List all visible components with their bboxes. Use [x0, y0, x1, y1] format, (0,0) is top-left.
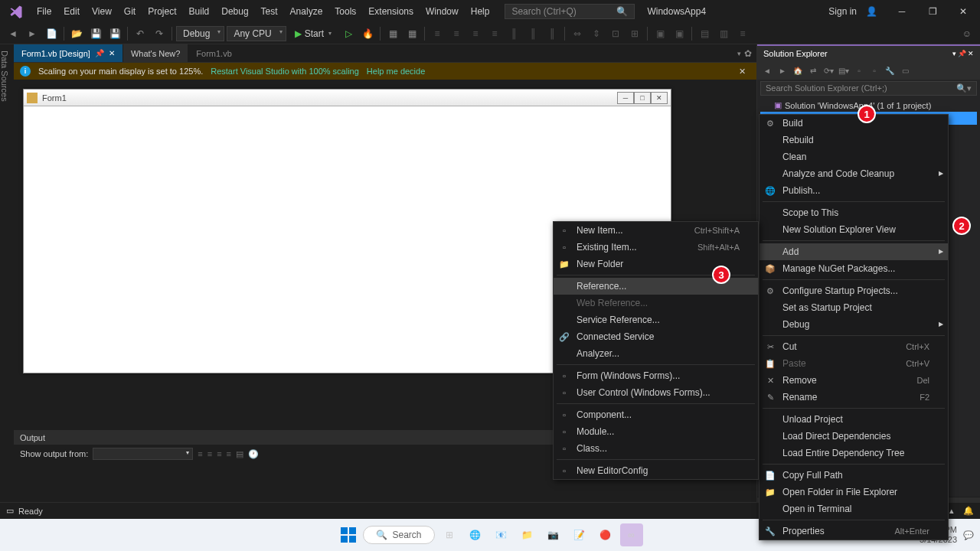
menu-item-publish[interactable]: 🌐Publish... — [760, 182, 948, 199]
global-search-input[interactable]: Search (Ctrl+Q) 🔍 — [505, 4, 635, 19]
start-nodebug-icon[interactable]: ▷ — [340, 25, 357, 42]
feedback-icon[interactable]: ☺ — [959, 25, 975, 42]
close-button[interactable]: ✕ — [949, 2, 977, 21]
output-tool-icon[interactable]: ≡ — [207, 449, 212, 458]
help-decide-link[interactable]: Help me decide — [367, 67, 425, 76]
se-prop-icon[interactable]: 🔧 — [883, 64, 897, 77]
se-sync-icon[interactable]: ⟳▾ — [822, 64, 835, 77]
align-icon[interactable]: ≡ — [429, 25, 446, 42]
tool-icon[interactable]: ▦ — [384, 25, 401, 42]
menu-item-copy-full-path[interactable]: 📄Copy Full Path — [760, 467, 948, 484]
config-dropdown[interactable]: Debug — [176, 26, 224, 41]
align-icon[interactable]: ║ — [524, 25, 541, 42]
menu-file[interactable]: File — [31, 3, 57, 20]
order-icon[interactable]: ▣ — [652, 25, 668, 42]
menu-item-clean[interactable]: Clean — [760, 148, 948, 165]
menu-item-manage-nuget-packages[interactable]: 📦Manage NuGet Packages... — [760, 260, 948, 277]
menu-git[interactable]: Git — [118, 3, 142, 20]
menu-item-class[interactable]: ▫Class... — [554, 440, 758, 457]
order-icon[interactable]: ▤ — [696, 25, 713, 42]
task-view-icon[interactable]: ⊞ — [438, 523, 461, 546]
menu-item-load-direct-dependencies[interactable]: Load Direct Dependencies — [760, 428, 948, 445]
menu-item-set-as-startup-project[interactable]: Set as Startup Project — [760, 299, 948, 316]
left-rail-data-sources[interactable]: Data Sources — [0, 44, 14, 514]
order-icon[interactable]: ▣ — [671, 25, 688, 42]
se-back-icon[interactable]: ◄ — [760, 64, 774, 77]
align-icon[interactable]: ≡ — [467, 25, 484, 42]
menu-item-rebuild[interactable]: Rebuild — [760, 132, 948, 148]
menu-item-new-editorconfig[interactable]: ▫New EditorConfig — [554, 462, 758, 479]
menu-item-add[interactable]: Add▶ — [760, 243, 948, 260]
se-filter-icon[interactable]: ▤▾ — [837, 64, 851, 77]
start-button[interactable] — [337, 523, 360, 546]
menu-window[interactable]: Window — [420, 3, 465, 20]
notifications-icon[interactable]: 🔔 — [963, 506, 974, 516]
menu-build[interactable]: Build — [183, 3, 216, 20]
menu-item-service-reference[interactable]: Service Reference... — [554, 311, 758, 328]
output-tool-icon[interactable]: ≡ — [227, 449, 231, 458]
taskbar-search[interactable]: 🔍Search — [363, 526, 434, 544]
hot-reload-icon[interactable]: 🔥 — [359, 25, 376, 42]
explorer-icon[interactable]: 📁 — [516, 523, 539, 546]
menu-item-component[interactable]: ▫Component... — [554, 406, 758, 423]
open-icon[interactable]: 📂 — [68, 25, 85, 42]
menu-tools[interactable]: Tools — [328, 3, 362, 20]
menu-item-configure-startup-projects[interactable]: ⚙Configure Startup Projects... — [760, 282, 948, 299]
menu-item-debug[interactable]: Debug▶ — [760, 316, 948, 333]
menu-item-connected-service[interactable]: 🔗Connected Service — [554, 328, 758, 345]
menu-project[interactable]: Project — [142, 3, 182, 20]
app-icon[interactable]: 📷 — [542, 523, 565, 546]
document-tab[interactable]: Form1.vb — [188, 44, 240, 62]
tool-icon[interactable]: ▦ — [403, 25, 420, 42]
spacing-icon[interactable]: ⊞ — [626, 25, 643, 42]
menu-item-open-in-terminal[interactable]: Open in Terminal — [760, 500, 948, 517]
menu-item-new-item[interactable]: ▫New Item...Ctrl+Shift+A — [554, 222, 758, 239]
menu-item-load-entire-dependency-tree[interactable]: Load Entire Dependency Tree — [760, 445, 948, 461]
notifications-icon[interactable]: 💬 — [963, 530, 974, 540]
align-icon[interactable]: ≡ — [448, 25, 465, 42]
nav-back-icon[interactable]: ◄ — [5, 25, 21, 42]
menu-item-cut[interactable]: ✂CutCtrl+X — [760, 338, 948, 355]
spacing-icon[interactable]: ⇕ — [588, 25, 605, 42]
sign-in-button[interactable]: Sign in — [822, 3, 863, 20]
chrome-icon[interactable]: 🔴 — [594, 523, 617, 546]
align-icon[interactable]: ≡ — [486, 25, 503, 42]
pin-icon[interactable]: 📌 — [95, 49, 104, 57]
menu-item-form-windows-forms[interactable]: ▫Form (Windows Forms)... — [554, 367, 758, 384]
restart-scaling-link[interactable]: Restart Visual Studio with 100% scaling — [211, 67, 359, 76]
menu-test[interactable]: Test — [255, 3, 284, 20]
output-tool-icon[interactable]: ≡ — [198, 449, 202, 458]
platform-dropdown[interactable]: Any CPU — [227, 26, 286, 41]
app-icon[interactable]: 📧 — [490, 523, 513, 546]
menu-item-properties[interactable]: 🔧PropertiesAlt+Enter — [760, 523, 948, 540]
save-all-icon[interactable]: 💾 — [106, 25, 123, 42]
menu-item-unload-project[interactable]: Unload Project — [760, 411, 948, 428]
se-collapse-icon[interactable]: ▫ — [867, 64, 881, 77]
se-home-icon[interactable]: 🏠 — [791, 64, 805, 77]
se-close-icon[interactable]: ✕ — [968, 50, 974, 57]
align-icon[interactable]: ║ — [544, 25, 560, 42]
se-fwd-icon[interactable]: ► — [776, 64, 789, 77]
order-icon[interactable]: ▥ — [715, 25, 732, 42]
order-icon[interactable]: ≡ — [734, 25, 751, 42]
new-project-icon[interactable]: 📄 — [43, 25, 60, 42]
undo-icon[interactable]: ↶ — [132, 25, 149, 42]
menu-item-open-folder-in-file-explorer[interactable]: 📁Open Folder in File Explorer — [760, 484, 948, 500]
save-icon[interactable]: 💾 — [87, 25, 104, 42]
align-icon[interactable]: ║ — [505, 25, 522, 42]
spacing-icon[interactable]: ⊡ — [607, 25, 624, 42]
redo-icon[interactable]: ↷ — [151, 25, 168, 42]
menu-item-existing-item[interactable]: ▫Existing Item...Shift+Alt+A — [554, 239, 758, 256]
menu-extensions[interactable]: Extensions — [362, 3, 420, 20]
menu-analyze[interactable]: Analyze — [284, 3, 329, 20]
menu-item-scope-to-this[interactable]: Scope to This — [760, 204, 948, 221]
output-tool-icon[interactable]: ▤ — [236, 449, 243, 459]
se-switch-icon[interactable]: ⇄ — [806, 64, 820, 77]
menu-edit[interactable]: Edit — [57, 3, 86, 20]
menu-item-user-control-windows-forms[interactable]: ▫User Control (Windows Forms)... — [554, 384, 758, 401]
tab-dropdown-icon[interactable]: ▾ — [737, 50, 741, 57]
menu-item-remove[interactable]: ✕RemoveDel — [760, 372, 948, 389]
document-tab[interactable]: Form1.vb [Design]📌✕ — [14, 44, 123, 62]
close-tab-icon[interactable]: ✕ — [109, 49, 115, 57]
close-infobar-button[interactable]: ✕ — [734, 67, 750, 77]
